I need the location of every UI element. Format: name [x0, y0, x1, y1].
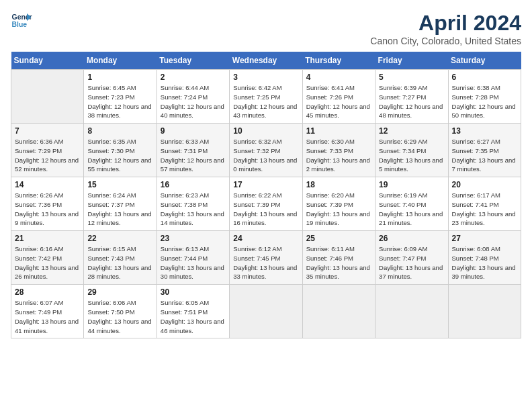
calendar-cell-w2-d4: 10Sunrise: 6:32 AMSunset: 7:32 PMDayligh… — [230, 124, 302, 177]
calendar-cell-w5-d5 — [302, 285, 375, 338]
col-thursday: Thursday — [302, 52, 375, 70]
calendar-body: 1Sunrise: 6:45 AMSunset: 7:23 PMDaylight… — [11, 70, 521, 338]
day-info: Sunrise: 6:11 AMSunset: 7:46 PMDaylight:… — [306, 244, 371, 281]
calendar-cell-w2-d7: 13Sunrise: 6:27 AMSunset: 7:35 PMDayligh… — [448, 124, 521, 177]
calendar-subtitle: Canon City, Colorado, United States — [370, 36, 521, 46]
day-info: Sunrise: 6:08 AMSunset: 7:48 PMDaylight:… — [452, 244, 517, 281]
day-number: 15 — [87, 180, 152, 189]
calendar-cell-w5-d1: 28Sunrise: 6:07 AMSunset: 7:49 PMDayligh… — [11, 285, 84, 338]
calendar-cell-w3-d3: 16Sunrise: 6:23 AMSunset: 7:38 PMDayligh… — [157, 177, 229, 231]
calendar-title: April 2024 — [370, 11, 521, 36]
calendar-cell-w1-d7: 6Sunrise: 6:38 AMSunset: 7:28 PMDaylight… — [448, 70, 521, 124]
col-wednesday: Wednesday — [230, 52, 302, 70]
weekday-row: Sunday Monday Tuesday Wednesday Thursday… — [11, 52, 521, 70]
calendar-cell-w2-d3: 9Sunrise: 6:33 AMSunset: 7:31 PMDaylight… — [157, 124, 229, 177]
svg-text:Blue: Blue — [12, 21, 28, 28]
calendar-cell-w5-d6 — [375, 285, 448, 338]
day-number: 21 — [15, 234, 80, 243]
day-number: 22 — [87, 234, 152, 243]
day-info: Sunrise: 6:26 AMSunset: 7:36 PMDaylight:… — [15, 191, 80, 228]
calendar-cell-w3-d5: 18Sunrise: 6:20 AMSunset: 7:39 PMDayligh… — [302, 177, 375, 231]
day-info: Sunrise: 6:36 AMSunset: 7:29 PMDaylight:… — [15, 137, 80, 174]
day-info: Sunrise: 6:22 AMSunset: 7:39 PMDaylight:… — [233, 191, 298, 228]
calendar-week-4: 21Sunrise: 6:16 AMSunset: 7:42 PMDayligh… — [11, 231, 521, 285]
col-saturday: Saturday — [448, 52, 521, 70]
day-number: 1 — [87, 73, 152, 82]
calendar-cell-w1-d1 — [11, 70, 84, 124]
day-number: 3 — [233, 73, 298, 82]
day-number: 8 — [87, 126, 152, 136]
calendar-cell-w4-d1: 21Sunrise: 6:16 AMSunset: 7:42 PMDayligh… — [11, 231, 84, 285]
day-number: 25 — [306, 234, 371, 243]
day-info: Sunrise: 6:17 AMSunset: 7:41 PMDaylight:… — [452, 191, 517, 228]
calendar-cell-w5-d7 — [448, 285, 521, 338]
calendar-week-2: 7Sunrise: 6:36 AMSunset: 7:29 PMDaylight… — [11, 124, 521, 177]
calendar-table: Sunday Monday Tuesday Wednesday Thursday… — [11, 52, 521, 338]
col-sunday: Sunday — [11, 52, 84, 70]
day-info: Sunrise: 6:27 AMSunset: 7:35 PMDaylight:… — [452, 137, 517, 174]
day-number: 10 — [233, 126, 298, 136]
day-number: 18 — [306, 180, 371, 189]
day-info: Sunrise: 6:05 AMSunset: 7:51 PMDaylight:… — [161, 298, 226, 335]
calendar-cell-w4-d2: 22Sunrise: 6:15 AMSunset: 7:43 PMDayligh… — [84, 231, 157, 285]
day-info: Sunrise: 6:13 AMSunset: 7:44 PMDaylight:… — [161, 244, 226, 281]
day-info: Sunrise: 6:15 AMSunset: 7:43 PMDaylight:… — [87, 244, 152, 281]
day-number: 30 — [161, 287, 226, 297]
calendar-cell-w4-d4: 24Sunrise: 6:12 AMSunset: 7:45 PMDayligh… — [230, 231, 302, 285]
day-number: 9 — [161, 126, 226, 136]
day-info: Sunrise: 6:23 AMSunset: 7:38 PMDaylight:… — [161, 191, 226, 228]
calendar-header: Sunday Monday Tuesday Wednesday Thursday… — [11, 52, 521, 70]
day-info: Sunrise: 6:45 AMSunset: 7:23 PMDaylight:… — [87, 83, 152, 120]
calendar-cell-w1-d6: 5Sunrise: 6:39 AMSunset: 7:27 PMDaylight… — [375, 70, 448, 124]
calendar-week-1: 1Sunrise: 6:45 AMSunset: 7:23 PMDaylight… — [11, 70, 521, 124]
calendar-cell-w3-d6: 19Sunrise: 6:19 AMSunset: 7:40 PMDayligh… — [375, 177, 448, 231]
day-number: 5 — [379, 73, 444, 82]
day-info: Sunrise: 6:20 AMSunset: 7:39 PMDaylight:… — [306, 191, 371, 228]
calendar-cell-w4-d6: 26Sunrise: 6:09 AMSunset: 7:47 PMDayligh… — [375, 231, 448, 285]
calendar-cell-w4-d5: 25Sunrise: 6:11 AMSunset: 7:46 PMDayligh… — [302, 231, 375, 285]
calendar-week-3: 14Sunrise: 6:26 AMSunset: 7:36 PMDayligh… — [11, 177, 521, 231]
calendar-cell-w4-d3: 23Sunrise: 6:13 AMSunset: 7:44 PMDayligh… — [157, 231, 229, 285]
day-number: 6 — [452, 73, 517, 82]
day-info: Sunrise: 6:32 AMSunset: 7:32 PMDaylight:… — [233, 137, 298, 174]
col-monday: Monday — [84, 52, 157, 70]
day-number: 20 — [452, 180, 517, 189]
day-number: 23 — [161, 234, 226, 243]
calendar-cell-w2-d6: 12Sunrise: 6:29 AMSunset: 7:34 PMDayligh… — [375, 124, 448, 177]
day-info: Sunrise: 6:35 AMSunset: 7:30 PMDaylight:… — [87, 137, 152, 174]
calendar-cell-w5-d4 — [230, 285, 302, 338]
calendar-cell-w2-d5: 11Sunrise: 6:30 AMSunset: 7:33 PMDayligh… — [302, 124, 375, 177]
calendar-cell-w5-d2: 29Sunrise: 6:06 AMSunset: 7:50 PMDayligh… — [84, 285, 157, 338]
day-info: Sunrise: 6:44 AMSunset: 7:24 PMDaylight:… — [161, 83, 226, 120]
day-number: 28 — [15, 287, 80, 297]
day-number: 17 — [233, 180, 298, 189]
day-number: 2 — [161, 73, 226, 82]
day-info: Sunrise: 6:24 AMSunset: 7:37 PMDaylight:… — [87, 191, 152, 228]
day-info: Sunrise: 6:38 AMSunset: 7:28 PMDaylight:… — [452, 83, 517, 120]
day-info: Sunrise: 6:19 AMSunset: 7:40 PMDaylight:… — [379, 191, 444, 228]
calendar-week-5: 28Sunrise: 6:07 AMSunset: 7:49 PMDayligh… — [11, 285, 521, 338]
day-info: Sunrise: 6:33 AMSunset: 7:31 PMDaylight:… — [161, 137, 226, 174]
day-number: 12 — [379, 126, 444, 136]
day-info: Sunrise: 6:09 AMSunset: 7:47 PMDaylight:… — [379, 244, 444, 281]
day-number: 29 — [87, 287, 152, 297]
calendar-cell-w3-d2: 15Sunrise: 6:24 AMSunset: 7:37 PMDayligh… — [84, 177, 157, 231]
day-info: Sunrise: 6:41 AMSunset: 7:26 PMDaylight:… — [306, 83, 371, 120]
calendar-cell-w3-d1: 14Sunrise: 6:26 AMSunset: 7:36 PMDayligh… — [11, 177, 84, 231]
day-info: Sunrise: 6:42 AMSunset: 7:25 PMDaylight:… — [233, 83, 298, 120]
calendar-cell-w1-d2: 1Sunrise: 6:45 AMSunset: 7:23 PMDaylight… — [84, 70, 157, 124]
calendar-cell-w5-d3: 30Sunrise: 6:05 AMSunset: 7:51 PMDayligh… — [157, 285, 229, 338]
title-block: April 2024 Canon City, Colorado, United … — [370, 11, 521, 46]
day-info: Sunrise: 6:30 AMSunset: 7:33 PMDaylight:… — [306, 137, 371, 174]
day-number: 26 — [379, 234, 444, 243]
day-number: 11 — [306, 126, 371, 136]
calendar-cell-w3-d7: 20Sunrise: 6:17 AMSunset: 7:41 PMDayligh… — [448, 177, 521, 231]
calendar-cell-w2-d1: 7Sunrise: 6:36 AMSunset: 7:29 PMDaylight… — [11, 124, 84, 177]
calendar-cell-w1-d3: 2Sunrise: 6:44 AMSunset: 7:24 PMDaylight… — [157, 70, 229, 124]
col-friday: Friday — [375, 52, 448, 70]
day-number: 16 — [161, 180, 226, 189]
day-info: Sunrise: 6:12 AMSunset: 7:45 PMDaylight:… — [233, 244, 298, 281]
general-blue-logo-icon: General Blue — [11, 11, 32, 32]
day-number: 27 — [452, 234, 517, 243]
day-number: 4 — [306, 73, 371, 82]
